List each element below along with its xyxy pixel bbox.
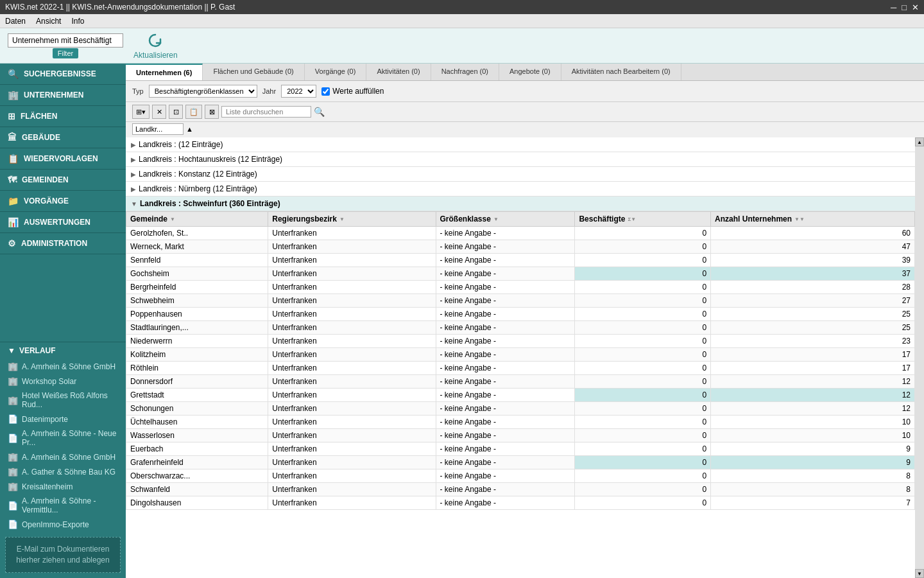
cell-regierungsbezirk: Unterfranken xyxy=(268,429,436,442)
table-row[interactable]: Niederwerrn Unterfranken - keine Angabe … xyxy=(126,335,915,348)
sidebar-item-vorgange[interactable]: 📁 VORGÄNGE xyxy=(0,191,126,212)
verlauf-item-v10[interactable]: 📄 OpenImmo-Exporte xyxy=(0,517,126,532)
verlauf-item-v3[interactable]: 🏢 Hotel Weißes Roß Alfons Rud... xyxy=(0,389,126,412)
table-row[interactable]: Grettstadt Unterfranken - keine Angabe -… xyxy=(126,389,915,402)
sidebar-item-unternehmen[interactable]: 🏢 UNTERNEHMEN xyxy=(0,85,126,106)
document-icon: 📄 xyxy=(8,414,18,424)
group-row-g3[interactable]: ▶ Landkreis : Konstanz (12 Einträge) xyxy=(126,167,915,182)
scrollbar[interactable]: ▲ ▼ xyxy=(915,137,924,578)
table-row[interactable]: Grafenrheinfeld Unterfranken - keine Ang… xyxy=(126,456,915,469)
group-label: Landkreis : Hochtaunuskreis (12 Einträge… xyxy=(139,155,282,164)
verlauf-item-v5[interactable]: 📄 A. Amrhein & Söhne - Neue Pr... xyxy=(0,426,126,450)
table-row[interactable]: Röthlein Unterfranken - keine Angabe - 0… xyxy=(126,362,915,375)
sidebar-item-flachen[interactable]: ⊞ FLÄCHEN xyxy=(0,106,126,127)
table-row[interactable]: Donnersdorf Unterfranken - keine Angabe … xyxy=(126,375,915,389)
verlauf-item-v2[interactable]: 🏢 Workshop Solar xyxy=(0,374,126,389)
cell-groessenklasse: - keine Angabe - xyxy=(436,456,575,469)
table-row[interactable]: Kolitzheim Unterfranken - keine Angabe -… xyxy=(126,348,915,362)
cell-beschäftigte: 0 xyxy=(575,362,711,375)
sidebar-item-label: FLÄCHEN xyxy=(21,112,57,121)
jahr-select[interactable]: 2022 xyxy=(281,85,316,98)
table-row[interactable]: Bergrheinfeld Unterfranken - keine Angab… xyxy=(126,281,915,294)
table-row[interactable]: Schwanfeld Unterfranken - keine Angabe -… xyxy=(126,483,915,496)
table-row[interactable]: Oberschwarzac... Unterfranken - keine An… xyxy=(126,469,915,483)
scroll-up-button[interactable]: ▲ xyxy=(915,137,924,146)
verlauf-item-v7[interactable]: 🏢 A. Gather & Söhne Bau KG xyxy=(0,464,126,479)
verlauf-item-label: A. Amrhein & Söhne - Neue Pr... xyxy=(22,429,118,447)
verlauf-item-v1[interactable]: 🏢 A. Amrhein & Söhne GmbH xyxy=(0,359,126,374)
verlauf-item-v6[interactable]: 🏢 A. Amrhein & Söhne GmbH xyxy=(0,450,126,464)
table-row[interactable]: Gochsheim Unterfranken - keine Angabe - … xyxy=(126,267,915,281)
verlauf-item-v4[interactable]: 📄 Datenimporte xyxy=(0,412,126,426)
group-row-g2[interactable]: ▶ Landkreis : Hochtaunuskreis (12 Einträ… xyxy=(126,152,915,167)
filter-input[interactable] xyxy=(8,33,123,48)
export-button[interactable]: ⊡ xyxy=(169,105,183,119)
sidebar-item-gemeinden[interactable]: 🗺 GEMEINDEN xyxy=(0,170,126,191)
werte-auffüllen-label[interactable]: Werte auffüllen xyxy=(321,87,384,96)
tab-angebote[interactable]: Angebote (0) xyxy=(499,64,561,80)
sidebar-item-label: AUSWERTUNGEN xyxy=(24,218,90,227)
th-groessenklasse[interactable]: Größenklasse ▼ xyxy=(436,212,575,227)
th-beschäftigte[interactable]: Beschäftigte Σ▼ xyxy=(575,212,711,227)
cell-gemeinde: Schwebheim xyxy=(126,294,268,308)
sort-up-icon[interactable]: ▲ xyxy=(186,125,193,133)
sidebar-item-wiedervorlagen[interactable]: 📋 WIEDERVORLAGEN xyxy=(0,148,126,170)
menu-ansicht[interactable]: Ansicht xyxy=(36,17,61,26)
th-gemeinde[interactable]: Gemeinde ▼ xyxy=(126,212,268,227)
minimize-button[interactable]: ─ xyxy=(891,3,896,12)
refresh-button[interactable]: Aktualisieren xyxy=(133,31,178,60)
table-row[interactable]: Poppenhausen Unterfranken - keine Angabe… xyxy=(126,308,915,321)
verlauf-section: ▼ VERLAUF 🏢 A. Amrhein & Söhne GmbH 🏢 Wo… xyxy=(0,342,126,532)
email-drop-zone[interactable]: E-Mail zum Dokumentieren hierher ziehen … xyxy=(5,537,121,573)
sidebar-item-auswertungen[interactable]: 📊 AUSWERTUNGEN xyxy=(0,212,126,233)
group-row-g1[interactable]: ▶ Landkreis : (12 Einträge) xyxy=(126,137,915,152)
group-row-g5[interactable]: ▼ Landkreis : Schweinfurt (360 Einträge) xyxy=(126,197,915,211)
table-row[interactable]: Üchtelhausen Unterfranken - keine Angabe… xyxy=(126,416,915,429)
verlauf-header[interactable]: ▼ VERLAUF xyxy=(0,342,126,359)
copy-button[interactable]: 📋 xyxy=(185,105,202,119)
tab-unternehmen[interactable]: Unternehmen (6) xyxy=(126,64,203,80)
menu-daten[interactable]: Daten xyxy=(5,17,26,26)
cell-beschäftigte: 0 xyxy=(575,375,711,389)
werte-auffüllen-checkbox[interactable] xyxy=(321,87,330,96)
tab-aktivitaten[interactable]: Aktivitäten (0) xyxy=(366,64,431,80)
table-row[interactable]: Sennfeld Unterfranken - keine Angabe - 0… xyxy=(126,254,915,267)
select-button[interactable]: ⊠ xyxy=(205,105,219,119)
table-row[interactable]: Schwebheim Unterfranken - keine Angabe -… xyxy=(126,294,915,308)
table-row[interactable]: Dingolshausen Unterfranken - keine Angab… xyxy=(126,496,915,510)
scroll-down-button[interactable]: ▼ xyxy=(915,569,924,578)
table-row[interactable]: Schonungen Unterfranken - keine Angabe -… xyxy=(126,402,915,416)
cell-beschäftigte: 0 xyxy=(575,496,711,510)
table-row[interactable]: Wasserlosen Unterfranken - keine Angabe … xyxy=(126,429,915,442)
list-search-input[interactable] xyxy=(221,106,311,118)
verlauf-item-v9[interactable]: 📄 A. Amrhein & Söhne - Vermittlu... xyxy=(0,494,126,517)
cell-regierungsbezirk: Unterfranken xyxy=(268,402,436,416)
maximize-button[interactable]: □ xyxy=(902,3,907,12)
sort-input[interactable] xyxy=(132,123,184,135)
table-row[interactable]: Euerbach Unterfranken - keine Angabe - 0… xyxy=(126,442,915,456)
sidebar-item-gebaude[interactable]: 🏛 GEBÄUDE xyxy=(0,127,126,148)
group-row-g4[interactable]: ▶ Landkreis : Nürnberg (12 Einträge) xyxy=(126,182,915,197)
sidebar-item-administration[interactable]: ⚙ ADMINISTRATION xyxy=(0,233,126,254)
close-button[interactable]: ✕ xyxy=(912,3,919,12)
th-regierungsbezirk[interactable]: Regierungsbezirk ▼ xyxy=(268,212,436,227)
search-icon[interactable]: 🔍 xyxy=(314,107,325,117)
cell-gemeinde: Üchtelhausen xyxy=(126,416,268,429)
cell-gemeinde: Schwanfeld xyxy=(126,483,268,496)
cell-anzahl: 12 xyxy=(711,402,915,416)
table-row[interactable]: Gerolzhofen, St.. Unterfranken - keine A… xyxy=(126,227,915,240)
typ-select[interactable]: Beschäftigtengrößenklassen xyxy=(149,85,257,98)
table-row[interactable]: Stadtlauringen,... Unterfranken - keine … xyxy=(126,321,915,335)
search-icon: 🔍 xyxy=(8,69,19,79)
view-toggle-button[interactable]: ⊞▾ xyxy=(132,105,150,119)
delete-button[interactable]: ✕ xyxy=(152,105,166,119)
table-row[interactable]: Werneck, Markt Unterfranken - keine Anga… xyxy=(126,240,915,254)
tab-vorgange[interactable]: Vorgänge (0) xyxy=(305,64,367,80)
verlauf-item-v8[interactable]: 🏢 Kreisaltenheim xyxy=(0,479,126,494)
tab-nachfragen[interactable]: Nachfragen (0) xyxy=(431,64,499,80)
menu-info[interactable]: Info xyxy=(71,17,84,26)
sidebar-item-suchergebnisse[interactable]: 🔍 SUCHERGEBNISSE xyxy=(0,64,126,85)
tab-flachen[interactable]: Flächen und Gebäude (0) xyxy=(203,64,304,80)
tab-aktivitaten-bearbeiter[interactable]: Aktivitäten nach Bearbeitern (0) xyxy=(561,64,681,80)
th-anzahl[interactable]: Anzahl Unternehmen ▼▼ xyxy=(711,212,915,227)
